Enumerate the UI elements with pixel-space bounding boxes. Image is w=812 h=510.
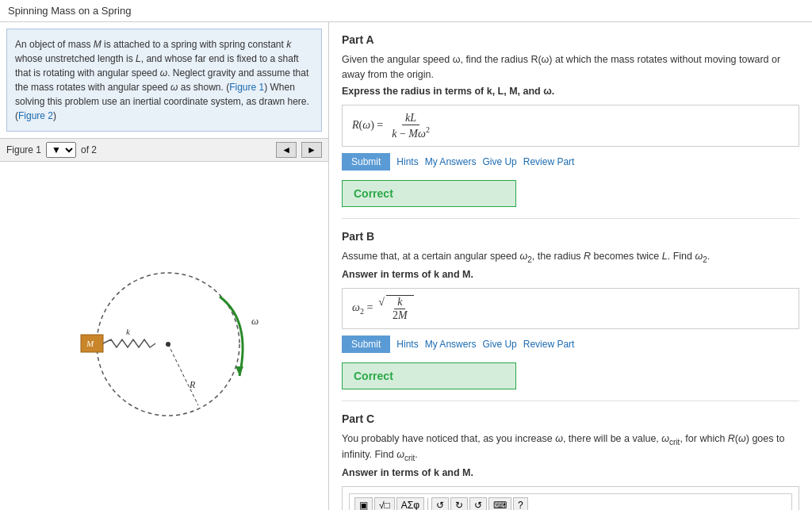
figure-prev-btn[interactable]: ◄ [276, 142, 297, 158]
part-a-give-up-link[interactable]: Give Up [482, 156, 516, 167]
part-c-instruction1: You probably have noticed that, as you i… [342, 431, 799, 464]
part-c-math-toolbar: ▣ √□ ΑΣφ ↺ ↻ ↺ ⌨ ? [349, 493, 792, 510]
svg-point-6 [166, 342, 170, 347]
part-b-review-link[interactable]: Review Part [523, 339, 575, 350]
help-btn[interactable]: ? [513, 497, 528, 510]
svg-line-3 [168, 344, 198, 405]
part-a-review-link[interactable]: Review Part [523, 156, 575, 167]
svg-text:R: R [189, 379, 196, 390]
part-c-answer-area: ▣ √□ ΑΣφ ↺ ↻ ↺ ⌨ ? ωcrit = [342, 486, 799, 510]
part-b-instruction2: Answer in terms of k and M. [342, 269, 799, 280]
part-a-title: Part A [342, 33, 799, 46]
part-a-instruction1: Given the angular speed ω, find the radi… [342, 52, 799, 82]
redo-btn[interactable]: ↻ [450, 497, 468, 510]
page-title: Spinning Mass on a Spring [0, 0, 812, 22]
matrix-btn[interactable]: ▣ [354, 497, 373, 510]
part-a-correct-box: Correct [342, 180, 516, 207]
keyboard-btn[interactable]: ⌨ [488, 497, 511, 510]
figure-select[interactable]: ▼ [46, 142, 76, 158]
figure2-link[interactable]: Figure 2 [18, 110, 53, 121]
part-c-title: Part C [342, 412, 799, 425]
svg-text:ω: ω [251, 315, 259, 327]
figure-next-btn[interactable]: ► [301, 142, 322, 158]
part-a-submit-btn[interactable]: Submit [342, 153, 390, 171]
part-a-instruction2: Express the radius in terms of k, L, M, … [342, 86, 799, 97]
greek-btn[interactable]: ΑΣφ [396, 497, 424, 510]
part-a-my-answers-link[interactable]: My Answers [425, 156, 477, 167]
part-b-my-answers-link[interactable]: My Answers [425, 339, 477, 350]
sqrt-btn[interactable]: √□ [374, 497, 395, 510]
problem-text: An object of mass M is attached to a spr… [6, 29, 322, 132]
figure-diagram: M R k ω [45, 249, 283, 424]
part-b-give-up-link[interactable]: Give Up [482, 339, 516, 350]
part-b-correct-box: Correct [342, 362, 516, 389]
part-a-hints-link[interactable]: Hints [396, 156, 418, 167]
part-b-answer-box: ω2 = √ k 2M [342, 288, 799, 329]
part-b-section: Part B Assume that, at a certain angular… [342, 219, 799, 401]
part-b-instruction1: Assume that, at a certain angular speed … [342, 249, 799, 266]
part-a-answer-box: R(ω) = kL k − Mω2 [342, 105, 799, 148]
svg-text:k: k [126, 327, 131, 336]
svg-text:M: M [86, 339, 94, 348]
svg-marker-7 [236, 366, 243, 376]
refresh-btn[interactable]: ↺ [469, 497, 487, 510]
part-a-section: Part A Given the angular speed ω, find t… [342, 22, 799, 219]
part-c-instruction2: Answer in terms of k and M. [342, 467, 799, 478]
figure-of: of 2 [81, 144, 97, 155]
part-b-title: Part B [342, 230, 799, 243]
part-b-hints-link[interactable]: Hints [396, 339, 418, 350]
part-c-section: Part C You probably have noticed that, a… [342, 401, 799, 510]
figure-label: Figure 1 [6, 144, 41, 155]
undo-btn[interactable]: ↺ [431, 497, 449, 510]
figure1-link[interactable]: Figure 1 [229, 82, 264, 93]
part-b-submit-btn[interactable]: Submit [342, 336, 390, 353]
